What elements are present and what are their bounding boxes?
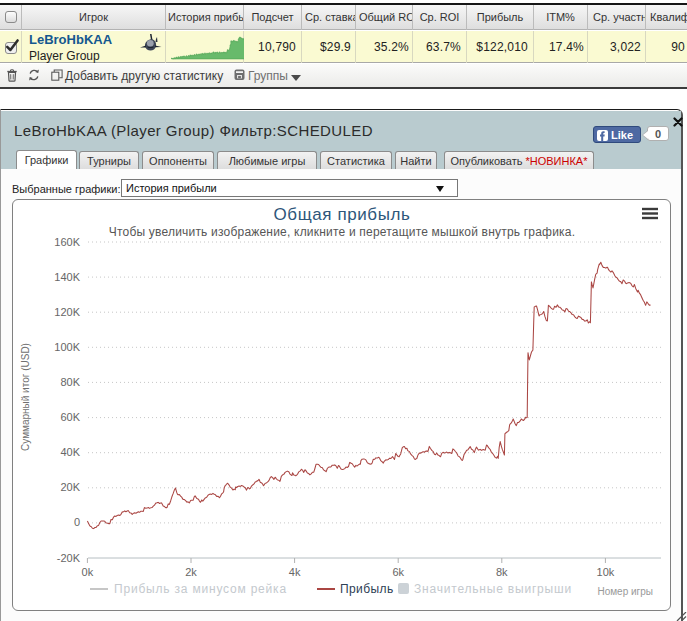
svg-text:0k: 0k bbox=[82, 566, 94, 578]
svg-text:40K: 40K bbox=[60, 446, 80, 458]
svg-text:-20K: -20K bbox=[57, 552, 81, 564]
svg-text:120K: 120K bbox=[54, 306, 80, 318]
svg-text:4k: 4k bbox=[289, 566, 301, 578]
svg-text:10k: 10k bbox=[597, 566, 615, 578]
svg-text:60K: 60K bbox=[60, 411, 80, 423]
svg-text:2k: 2k bbox=[185, 566, 197, 578]
svg-text:Суммарный итог (USD): Суммарный итог (USD) bbox=[20, 343, 31, 451]
svg-text:Номер игры: Номер игры bbox=[597, 586, 653, 597]
svg-text:Общая прибыль: Общая прибыль bbox=[273, 205, 410, 224]
svg-text:Прибыль за минусом рейка: Прибыль за минусом рейка bbox=[114, 582, 287, 596]
svg-text:Прибыль: Прибыль bbox=[340, 582, 394, 596]
svg-text:100K: 100K bbox=[54, 341, 80, 353]
svg-text:6k: 6k bbox=[392, 566, 404, 578]
svg-text:0: 0 bbox=[74, 516, 80, 528]
svg-text:80K: 80K bbox=[60, 376, 80, 388]
svg-text:8k: 8k bbox=[496, 566, 508, 578]
svg-text:Чтобы увеличить изображение, к: Чтобы увеличить изображение, кликните и … bbox=[109, 225, 575, 239]
svg-text:20K: 20K bbox=[60, 481, 80, 493]
svg-text:160K: 160K bbox=[54, 236, 80, 248]
svg-text:140K: 140K bbox=[54, 271, 80, 283]
svg-text:Значительные выигрыши: Значительные выигрыши bbox=[414, 582, 572, 596]
